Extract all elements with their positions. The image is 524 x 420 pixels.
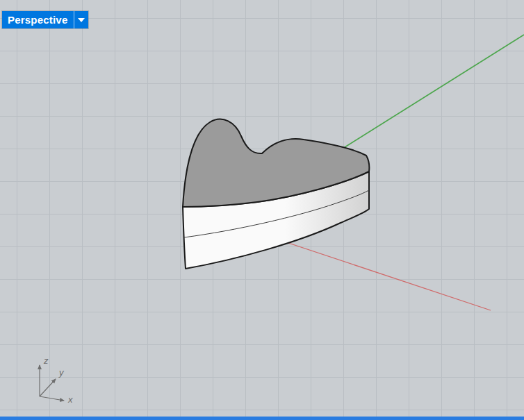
window-border-bottom <box>0 417 524 420</box>
world-axes-gizmo: z y x <box>40 355 73 405</box>
viewport-title-bar: Perspective <box>2 11 88 28</box>
viewport-title-dropdown-button[interactable] <box>74 11 88 28</box>
chevron-down-icon <box>78 18 85 22</box>
gizmo-y-label: y <box>58 367 65 378</box>
gizmo-x-axis-arrow <box>40 396 64 401</box>
perspective-viewport[interactable]: z y x Perspective <box>0 0 524 420</box>
heart-solid[interactable] <box>183 119 369 269</box>
gizmo-x-label: x <box>67 394 73 405</box>
viewport-canvas[interactable]: z y x <box>0 0 524 420</box>
gizmo-z-label: z <box>43 355 49 366</box>
viewport-title[interactable]: Perspective <box>2 11 74 28</box>
gizmo-y-axis-arrow <box>40 379 56 396</box>
